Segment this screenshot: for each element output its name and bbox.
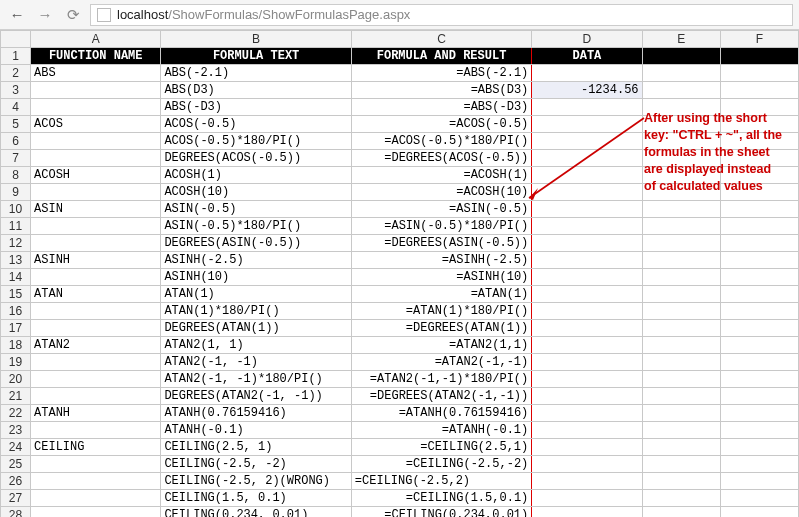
cell[interactable] [642, 167, 720, 184]
cell[interactable] [642, 320, 720, 337]
row-header[interactable]: 11 [1, 218, 31, 235]
cell[interactable]: =ASIN(-0.5) [351, 201, 531, 218]
cell[interactable]: =ABS(-D3) [351, 99, 531, 116]
cell[interactable]: =DEGREES(ATAN(1)) [351, 320, 531, 337]
cell[interactable] [31, 371, 161, 388]
spreadsheet[interactable]: A B C D E F 1 FUNCTION NAME FORMULA TEXT… [0, 30, 799, 517]
row-header[interactable]: 20 [1, 371, 31, 388]
cell[interactable]: =CEILING(2.5,1) [351, 439, 531, 456]
cell[interactable] [642, 337, 720, 354]
cell[interactable] [532, 133, 642, 150]
row-header[interactable]: 12 [1, 235, 31, 252]
cell[interactable] [642, 354, 720, 371]
cell[interactable]: DEGREES(ASIN(-0.5)) [161, 235, 351, 252]
cell[interactable]: CEILING(1.5, 0.1) [161, 490, 351, 507]
row-header[interactable]: 16 [1, 303, 31, 320]
cell[interactable]: =DEGREES(ASIN(-0.5)) [351, 235, 531, 252]
cell[interactable]: ATANH(-0.1) [161, 422, 351, 439]
cell[interactable]: ATAN2 [31, 337, 161, 354]
cell[interactable] [720, 252, 798, 269]
cell[interactable] [532, 405, 642, 422]
cell[interactable] [720, 337, 798, 354]
cell[interactable] [642, 65, 720, 82]
cell[interactable]: =DEGREES(ACOS(-0.5)) [351, 150, 531, 167]
cell[interactable] [31, 422, 161, 439]
cell[interactable] [31, 473, 161, 490]
cell[interactable] [532, 184, 642, 201]
cell[interactable]: =ACOS(-0.5) [351, 116, 531, 133]
cell[interactable] [31, 82, 161, 99]
row-header[interactable]: 15 [1, 286, 31, 303]
cell[interactable] [720, 218, 798, 235]
cell[interactable] [642, 218, 720, 235]
cell[interactable] [532, 269, 642, 286]
cell[interactable]: ABS(-D3) [161, 99, 351, 116]
row-header[interactable]: 3 [1, 82, 31, 99]
cell[interactable]: ATAN2(-1, -1) [161, 354, 351, 371]
cell[interactable]: ASINH(10) [161, 269, 351, 286]
cell[interactable] [720, 65, 798, 82]
row-header[interactable]: 8 [1, 167, 31, 184]
cell[interactable] [720, 184, 798, 201]
cell[interactable] [31, 184, 161, 201]
cell[interactable] [642, 269, 720, 286]
cell[interactable] [532, 490, 642, 507]
cell[interactable] [31, 456, 161, 473]
cell[interactable] [720, 422, 798, 439]
cell[interactable]: ATANH [31, 405, 161, 422]
url-bar[interactable]: localhost/ShowFormulas/ShowFormulasPage.… [90, 4, 793, 26]
cell[interactable]: ACOSH [31, 167, 161, 184]
forward-button[interactable]: → [34, 4, 56, 26]
cell[interactable] [720, 116, 798, 133]
row-header[interactable]: 6 [1, 133, 31, 150]
cell[interactable]: ACOSH(10) [161, 184, 351, 201]
cell[interactable]: =ASIN(-0.5)*180/PI() [351, 218, 531, 235]
cell[interactable]: =ATAN(1) [351, 286, 531, 303]
cell[interactable]: ATAN2(1, 1) [161, 337, 351, 354]
cell[interactable] [532, 439, 642, 456]
cell[interactable]: =DEGREES(ATAN2(-1,-1)) [351, 388, 531, 405]
row-header[interactable]: 17 [1, 320, 31, 337]
cell[interactable] [642, 286, 720, 303]
cell[interactable] [720, 286, 798, 303]
cell[interactable]: =ABS(-2.1) [351, 65, 531, 82]
cell[interactable]: DEGREES(ATAN(1)) [161, 320, 351, 337]
cell[interactable] [642, 82, 720, 99]
cell[interactable]: ACOSH(1) [161, 167, 351, 184]
cell[interactable] [720, 490, 798, 507]
col-header[interactable]: E [642, 31, 720, 48]
back-button[interactable]: ← [6, 4, 28, 26]
cell[interactable] [720, 371, 798, 388]
cell[interactable]: =ACOSH(10) [351, 184, 531, 201]
cell[interactable]: ASIN [31, 201, 161, 218]
row-header[interactable]: 14 [1, 269, 31, 286]
cell[interactable] [642, 405, 720, 422]
cell[interactable] [720, 150, 798, 167]
cell[interactable] [31, 303, 161, 320]
cell[interactable]: ATANH(0.76159416) [161, 405, 351, 422]
cell[interactable] [720, 133, 798, 150]
cell[interactable] [642, 371, 720, 388]
reload-button[interactable]: ⟳ [62, 4, 84, 26]
cell[interactable] [642, 252, 720, 269]
cell[interactable] [532, 201, 642, 218]
cell[interactable] [720, 235, 798, 252]
col-header[interactable]: B [161, 31, 351, 48]
cell[interactable] [31, 388, 161, 405]
cell[interactable]: =ATAN(1)*180/PI() [351, 303, 531, 320]
cell[interactable]: =CEILING(-2.5,2) [351, 473, 531, 490]
cell[interactable]: CEILING(-2.5, -2) [161, 456, 351, 473]
row-header[interactable]: 5 [1, 116, 31, 133]
col-header[interactable]: D [532, 31, 642, 48]
cell[interactable] [642, 490, 720, 507]
cell[interactable] [31, 133, 161, 150]
cell[interactable] [532, 99, 642, 116]
cell[interactable] [532, 116, 642, 133]
cell[interactable] [532, 235, 642, 252]
cell[interactable]: =ACOSH(1) [351, 167, 531, 184]
cell[interactable]: =ATAN2(-1,-1) [351, 354, 531, 371]
cell[interactable]: ACOS(-0.5)*180/PI() [161, 133, 351, 150]
row-header[interactable]: 4 [1, 99, 31, 116]
cell[interactable] [532, 473, 642, 490]
cell[interactable]: ATAN(1)*180/PI() [161, 303, 351, 320]
